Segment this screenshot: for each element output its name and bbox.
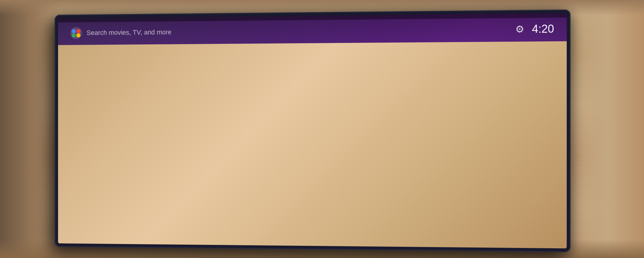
content-area: Apps NETFLIX prime video ▲ bbox=[58, 41, 567, 249]
bottom-thumb-4[interactable] bbox=[294, 153, 360, 193]
svg-point-2 bbox=[76, 29, 80, 33]
search-placeholder-text: Search movies, TV, and more bbox=[87, 28, 171, 37]
svg-point-3 bbox=[72, 33, 76, 38]
clock-display: 4:20 bbox=[532, 23, 554, 36]
tv-screen: Search movies, TV, and more ⚙ 4:20 Separ… bbox=[58, 13, 567, 249]
google-assistant-icon bbox=[70, 26, 82, 40]
wall-left-shadow bbox=[0, 0, 61, 258]
tv-frame: Search movies, TV, and more ⚙ 4:20 Separ… bbox=[55, 9, 571, 252]
svg-point-4 bbox=[76, 33, 80, 37]
top-right-controls: ⚙ 4:20 bbox=[515, 23, 554, 36]
svg-point-1 bbox=[72, 29, 76, 33]
youtube-row: YouTube bbox=[58, 150, 567, 197]
svg-point-0 bbox=[70, 27, 82, 39]
bt4-bg bbox=[294, 153, 360, 193]
search-area: Search movies, TV, and more bbox=[70, 23, 515, 40]
bottom-thumbnails bbox=[112, 153, 548, 194]
settings-icon[interactable]: ⚙ bbox=[515, 23, 524, 35]
